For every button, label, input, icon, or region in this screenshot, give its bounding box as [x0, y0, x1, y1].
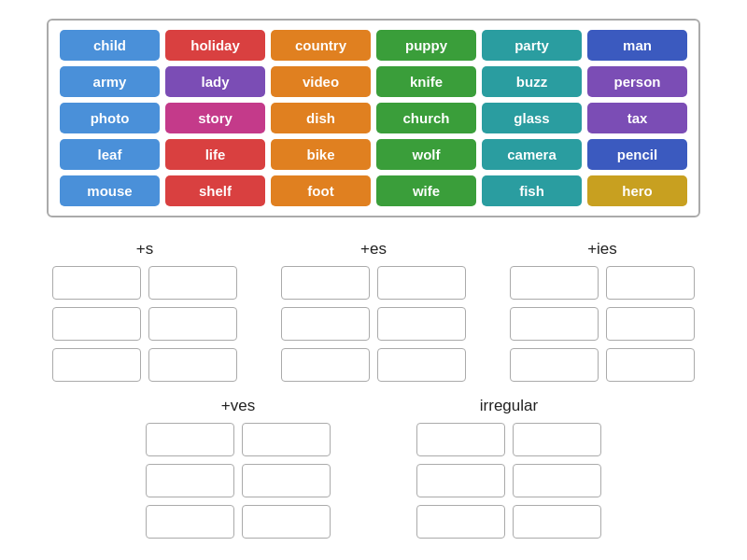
- sort-box[interactable]: [510, 307, 599, 341]
- word-tile[interactable]: child: [60, 30, 160, 61]
- irregular-boxes: [416, 423, 601, 539]
- ves-label: +ves: [221, 397, 255, 415]
- word-tile[interactable]: hero: [587, 175, 687, 206]
- sort-box[interactable]: [510, 348, 599, 382]
- es-label: +es: [360, 240, 387, 259]
- word-tile[interactable]: photo: [60, 103, 160, 133]
- word-tile[interactable]: story: [165, 103, 265, 133]
- word-tile[interactable]: pencil: [587, 139, 687, 170]
- irregular-label: irregular: [480, 397, 538, 415]
- sort-box[interactable]: [606, 266, 695, 300]
- word-tile[interactable]: video: [271, 66, 371, 97]
- sort-box[interactable]: [52, 307, 141, 341]
- s-boxes: [52, 266, 237, 382]
- sort-box[interactable]: [52, 348, 141, 382]
- sort-box[interactable]: [606, 307, 695, 341]
- section-ves: +ves: [140, 397, 336, 539]
- sort-box[interactable]: [513, 505, 601, 539]
- word-tile[interactable]: party: [482, 30, 582, 61]
- word-tile[interactable]: fish: [482, 175, 582, 206]
- sort-box[interactable]: [377, 307, 466, 341]
- ies-label: +ies: [587, 240, 617, 259]
- sort-box[interactable]: [510, 266, 599, 300]
- word-tile[interactable]: country: [271, 30, 371, 61]
- sorting-area: +s +es +ies: [47, 240, 700, 539]
- sort-box[interactable]: [416, 505, 505, 539]
- word-tile[interactable]: glass: [482, 103, 582, 133]
- section-irregular: irregular: [411, 397, 607, 539]
- sort-box[interactable]: [513, 464, 601, 497]
- sort-box[interactable]: [52, 266, 141, 300]
- word-tile[interactable]: army: [60, 66, 160, 97]
- sort-box[interactable]: [148, 348, 237, 382]
- sort-box[interactable]: [146, 505, 234, 539]
- es-boxes: [281, 266, 466, 382]
- sort-box[interactable]: [513, 423, 601, 456]
- sort-row-1: +s +es +ies: [47, 240, 700, 382]
- word-tile[interactable]: puppy: [376, 30, 476, 61]
- word-tile[interactable]: buzz: [482, 66, 582, 97]
- sort-box[interactable]: [242, 423, 331, 456]
- ies-boxes: [510, 266, 695, 382]
- sort-box[interactable]: [146, 464, 234, 497]
- word-tile[interactable]: dish: [271, 103, 371, 133]
- sort-box[interactable]: [281, 307, 370, 341]
- section-ies: +ies: [504, 240, 700, 382]
- word-tile[interactable]: life: [165, 139, 265, 170]
- tiles-grid: childholidaycountrypuppypartymanarmylady…: [47, 19, 700, 217]
- word-tile[interactable]: wife: [376, 175, 476, 206]
- word-tile[interactable]: man: [587, 30, 687, 61]
- ves-boxes: [146, 423, 331, 539]
- word-tile[interactable]: wolf: [376, 139, 476, 170]
- word-tile[interactable]: knife: [376, 66, 476, 97]
- word-tile[interactable]: lady: [165, 66, 265, 97]
- sort-box[interactable]: [148, 266, 237, 300]
- word-tile[interactable]: tax: [587, 103, 687, 133]
- word-tile[interactable]: holiday: [165, 30, 265, 61]
- word-tile[interactable]: leaf: [60, 139, 160, 170]
- section-s: +s: [47, 240, 243, 382]
- sort-box[interactable]: [242, 464, 331, 497]
- sort-box[interactable]: [377, 266, 466, 300]
- word-tile[interactable]: camera: [482, 139, 582, 170]
- word-tile[interactable]: person: [587, 66, 687, 97]
- word-tile[interactable]: church: [376, 103, 476, 133]
- sort-box[interactable]: [606, 348, 695, 382]
- sort-row-2: +ves irregular: [47, 397, 700, 539]
- sort-box[interactable]: [416, 464, 505, 497]
- sort-box[interactable]: [146, 423, 234, 456]
- word-tile[interactable]: shelf: [165, 175, 265, 206]
- word-tile[interactable]: mouse: [60, 175, 160, 206]
- s-label: +s: [136, 240, 153, 259]
- sort-box[interactable]: [416, 423, 505, 456]
- word-tile[interactable]: foot: [271, 175, 371, 206]
- section-es: +es: [275, 240, 472, 382]
- sort-box[interactable]: [281, 266, 370, 300]
- sort-box[interactable]: [148, 307, 237, 341]
- sort-box[interactable]: [377, 348, 466, 382]
- sort-box[interactable]: [281, 348, 370, 382]
- word-tile[interactable]: bike: [271, 139, 371, 170]
- sort-box[interactable]: [242, 505, 331, 539]
